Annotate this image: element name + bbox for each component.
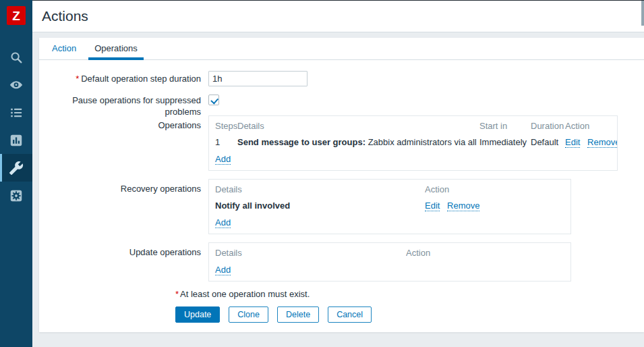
sidebar-nav bbox=[0, 43, 32, 209]
action-form-card: Action Operations *Default operation ste… bbox=[39, 38, 644, 332]
bar-chart-icon bbox=[9, 133, 24, 148]
pause-suppressed-label: Pause operations for suppressed problems bbox=[39, 95, 201, 117]
update-button[interactable]: Update bbox=[175, 306, 220, 323]
page-header: Actions bbox=[32, 0, 644, 32]
sidebar-item-monitoring[interactable] bbox=[0, 71, 32, 99]
recovery-row: Notify all involved Edit Remove bbox=[209, 196, 570, 213]
recovery-remove-link[interactable]: Remove bbox=[447, 201, 479, 211]
operation-details: Send message to user groups: Zabbix admi… bbox=[237, 133, 479, 149]
recovery-details: Notify all involved bbox=[209, 196, 425, 213]
form-buttons: Update Clone Delete Cancel bbox=[175, 306, 372, 323]
sidebar-item-reports[interactable] bbox=[0, 126, 32, 154]
window-top-edge bbox=[32, 0, 644, 1]
recovery-actions: Edit Remove bbox=[425, 196, 570, 213]
operation-remove-link[interactable]: Remove bbox=[587, 137, 617, 148]
operation-step: 1 bbox=[209, 133, 237, 149]
page-title: Actions bbox=[42, 0, 88, 32]
wrench-icon bbox=[9, 161, 24, 176]
sidebar-item-administration[interactable] bbox=[0, 182, 32, 209]
operations-table: Steps Details Start in Duration Action 1… bbox=[208, 115, 618, 171]
col-steps: Steps bbox=[209, 116, 237, 133]
search-icon bbox=[9, 50, 24, 65]
recovery-operations-table: Details Action Notify all involved Edit … bbox=[208, 179, 571, 234]
delete-button[interactable]: Delete bbox=[277, 306, 319, 323]
col-action: Action bbox=[565, 116, 617, 133]
col-duration: Duration bbox=[531, 116, 565, 133]
tab-action[interactable]: Action bbox=[46, 38, 82, 59]
col-details: Details bbox=[237, 116, 479, 133]
pause-suppressed-checkbox[interactable] bbox=[208, 95, 219, 105]
eye-icon bbox=[9, 78, 24, 92]
operations-add-link[interactable]: Add bbox=[215, 154, 231, 165]
operation-edit-link[interactable]: Edit bbox=[565, 137, 580, 148]
sidebar-item-inventory[interactable] bbox=[0, 99, 32, 126]
operation-start-in: Immediately bbox=[479, 133, 531, 149]
operations-row: 1 Send message to user groups: Zabbix ad… bbox=[209, 133, 617, 149]
operations-header-row: Steps Details Start in Duration Action bbox=[209, 116, 617, 133]
col-details: Details bbox=[209, 243, 406, 260]
list-icon bbox=[9, 105, 24, 120]
tab-bar: Action Operations bbox=[39, 38, 644, 60]
sidebar-item-search[interactable] bbox=[0, 43, 32, 71]
required-asterisk: * bbox=[175, 289, 179, 299]
gear-icon bbox=[9, 188, 24, 203]
cancel-button[interactable]: Cancel bbox=[328, 306, 372, 323]
col-start-in: Start in bbox=[479, 116, 531, 133]
update-operations-label: Update operations bbox=[39, 242, 201, 257]
clone-button[interactable]: Clone bbox=[229, 306, 268, 323]
form-footnote: *At least one operation must exist. bbox=[175, 289, 310, 299]
operations-label: Operations bbox=[39, 115, 201, 130]
update-add-link[interactable]: Add bbox=[215, 265, 231, 275]
recovery-add-link[interactable]: Add bbox=[215, 217, 231, 228]
recovery-header-row: Details Action bbox=[209, 180, 570, 196]
update-operations-table: Details Action Add bbox=[208, 242, 571, 282]
sidebar: Z bbox=[0, 0, 32, 347]
sidebar-item-configuration[interactable] bbox=[0, 154, 32, 182]
default-step-duration-label: *Default operation step duration bbox=[39, 71, 201, 86]
col-details: Details bbox=[209, 180, 425, 196]
update-header-row: Details Action bbox=[209, 243, 570, 260]
zabbix-logo[interactable]: Z bbox=[7, 6, 26, 25]
col-action: Action bbox=[406, 243, 570, 260]
scrollbar-thumb[interactable] bbox=[641, 1, 644, 26]
operation-duration: Default bbox=[531, 133, 565, 149]
operation-actions: Edit Remove bbox=[565, 133, 617, 149]
default-step-duration-input[interactable] bbox=[208, 71, 308, 86]
required-asterisk: * bbox=[76, 74, 79, 84]
col-action: Action bbox=[425, 180, 570, 196]
recovery-edit-link[interactable]: Edit bbox=[425, 201, 440, 211]
tab-operations[interactable]: Operations bbox=[88, 38, 144, 59]
recovery-operations-label: Recovery operations bbox=[39, 179, 201, 194]
